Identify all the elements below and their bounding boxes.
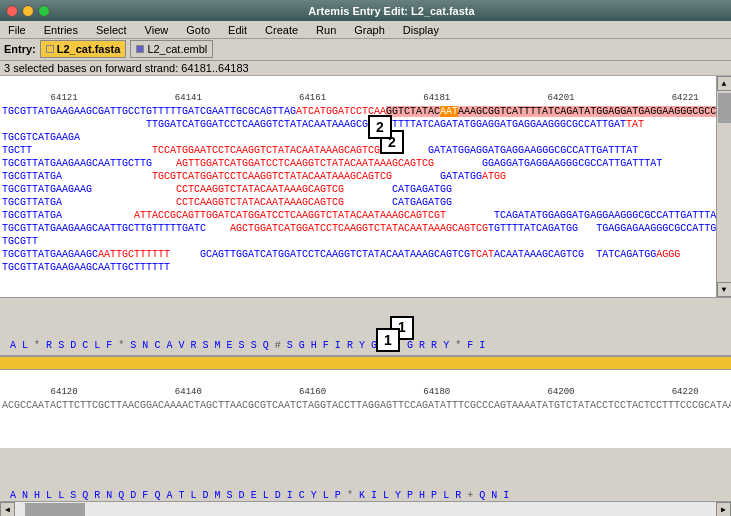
- bottom-sequence-display: 64120 64140 64160 64180 64200 64220 ACGC…: [0, 370, 731, 448]
- badge-1-overlay: 1: [376, 328, 400, 352]
- tab-embl-label: L2_cat.embl: [147, 43, 207, 55]
- menu-select[interactable]: Select: [92, 23, 131, 37]
- scroll-thumb-h[interactable]: [25, 503, 85, 516]
- menu-bar: File Entries Select View Goto Edit Creat…: [0, 21, 731, 39]
- scroll-down-arrow[interactable]: ▼: [717, 282, 732, 297]
- vertical-scrollbar[interactable]: ▲ ▼: [716, 76, 731, 296]
- menu-create[interactable]: Create: [261, 23, 302, 37]
- entry-bar: Entry: L2_cat.fasta L2_cat.embl: [0, 39, 731, 61]
- menu-goto[interactable]: Goto: [182, 23, 214, 37]
- minimize-button[interactable]: [22, 5, 34, 17]
- menu-edit[interactable]: Edit: [224, 23, 251, 37]
- main-sequence-area: 64121 64141 64161 64181 64201 64221 TGCG…: [0, 76, 731, 297]
- menu-view[interactable]: View: [141, 23, 173, 37]
- tab-fasta-label: L2_cat.fasta: [57, 43, 121, 55]
- scroll-left-arrow[interactable]: ◀: [0, 502, 15, 517]
- badge-2-overlay: 2: [368, 115, 392, 139]
- maximize-button[interactable]: [38, 5, 50, 17]
- title-bar: Artemis Entry Edit: L2_cat.fasta: [0, 0, 731, 21]
- horizontal-scrollbar[interactable]: ◀ ▶: [0, 501, 731, 516]
- bottom-protein-line-1: A N H L L S Q R N Q D F Q A T L D M S D …: [4, 476, 727, 501]
- menu-display[interactable]: Display: [399, 23, 443, 37]
- menu-entries[interactable]: Entries: [40, 23, 82, 37]
- protein-line-1: A L * R S D C L F * S N C A V R S M E S …: [4, 326, 727, 356]
- status-text: 3 selected bases on forward strand: 6418…: [4, 62, 249, 74]
- tab-fasta-icon: [46, 45, 54, 53]
- sequence-display: 64121 64141 64161 64181 64201 64221 TGCG…: [0, 76, 716, 276]
- protein-area-upper: A L * R S D C L F * S N C A V R S M E S …: [0, 298, 731, 356]
- scroll-track[interactable]: [15, 502, 716, 517]
- menu-graph[interactable]: Graph: [350, 23, 389, 37]
- menu-run[interactable]: Run: [312, 23, 340, 37]
- tab-embl-icon: [136, 45, 144, 53]
- scroll-right-arrow[interactable]: ▶: [716, 502, 731, 517]
- tab-fasta[interactable]: L2_cat.fasta: [40, 40, 127, 58]
- scroll-up-arrow[interactable]: ▲: [717, 76, 732, 91]
- sequence-container[interactable]: 64121 64141 64161 64181 64201 64221 TGCG…: [0, 76, 716, 296]
- tab-embl[interactable]: L2_cat.embl: [130, 40, 213, 58]
- close-button[interactable]: [6, 5, 18, 17]
- entry-label: Entry:: [4, 43, 36, 55]
- scroll-thumb[interactable]: [718, 93, 731, 123]
- window-controls[interactable]: [6, 5, 50, 17]
- menu-file[interactable]: File: [4, 23, 30, 37]
- yellow-sequence-bar: TGCGTTATGAAGAAGCGATTGCCTGTTTTTGATCGAATTG…: [0, 356, 731, 370]
- status-bar: 3 selected bases on forward strand: 6418…: [0, 61, 731, 77]
- window-title: Artemis Entry Edit: L2_cat.fasta: [58, 5, 725, 17]
- protein-area-lower: A N H L L S Q R N Q D F Q A T L D M S D …: [0, 448, 731, 501]
